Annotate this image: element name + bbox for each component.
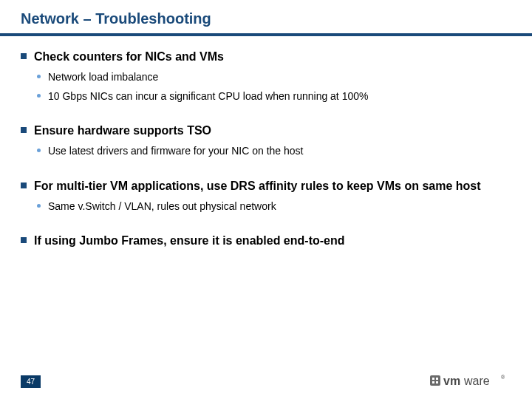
square-bullet-icon	[21, 237, 27, 243]
slide: Network – Troubleshooting Check counters…	[0, 0, 532, 399]
sub-text: Same v.Switch / VLAN, rules out physical…	[48, 200, 276, 213]
heading-text: For multi-tier VM applications, use DRS …	[34, 179, 481, 194]
svg-text:®: ®	[501, 375, 505, 380]
slide-title: Network – Troubleshooting	[21, 10, 511, 33]
section: Check counters for NICs and VMs Network …	[21, 50, 511, 103]
heading-text: Ensure hardware supports TSO	[34, 123, 211, 138]
sub-row: Use latest drivers and firmware for your…	[37, 144, 511, 157]
svg-rect-2	[436, 378, 438, 380]
square-bullet-icon	[21, 127, 27, 133]
square-bullet-icon	[21, 53, 27, 59]
vmware-logo: vm ware ®	[430, 374, 511, 389]
page-number: 47	[21, 375, 41, 388]
svg-rect-4	[436, 381, 438, 383]
dot-bullet-icon	[37, 94, 41, 98]
heading-row: If using Jumbo Frames, ensure it is enab…	[21, 233, 511, 248]
svg-text:vm: vm	[443, 375, 460, 387]
title-rule	[0, 33, 532, 36]
sub-row: Network load imbalance	[37, 70, 511, 83]
vmware-logo-icon: vm ware ®	[430, 374, 511, 389]
section: For multi-tier VM applications, use DRS …	[21, 179, 511, 213]
svg-rect-0	[430, 375, 440, 386]
sub-row: Same v.Switch / VLAN, rules out physical…	[37, 200, 511, 213]
heading-row: Ensure hardware supports TSO	[21, 123, 511, 138]
svg-text:ware: ware	[463, 375, 490, 387]
heading-text: Check counters for NICs and VMs	[34, 50, 224, 64]
sub-text: 10 Gbps NICs can incur a significant CPU…	[48, 89, 368, 103]
section: If using Jumbo Frames, ensure it is enab…	[21, 233, 511, 248]
svg-rect-3	[432, 381, 434, 383]
dot-bullet-icon	[37, 149, 41, 152]
heading-row: Check counters for NICs and VMs	[21, 50, 511, 64]
square-bullet-icon	[21, 183, 27, 188]
section: Ensure hardware supports TSO Use latest …	[21, 123, 511, 157]
heading-row: For multi-tier VM applications, use DRS …	[21, 179, 511, 194]
sub-text: Use latest drivers and firmware for your…	[48, 144, 303, 157]
sub-row: 10 Gbps NICs can incur a significant CPU…	[37, 89, 511, 103]
svg-rect-1	[432, 378, 434, 380]
dot-bullet-icon	[37, 75, 41, 78]
heading-text: If using Jumbo Frames, ensure it is enab…	[34, 233, 345, 248]
footer: 47 vm ware ®	[21, 374, 511, 389]
dot-bullet-icon	[37, 204, 41, 208]
sub-text: Network load imbalance	[48, 70, 158, 83]
